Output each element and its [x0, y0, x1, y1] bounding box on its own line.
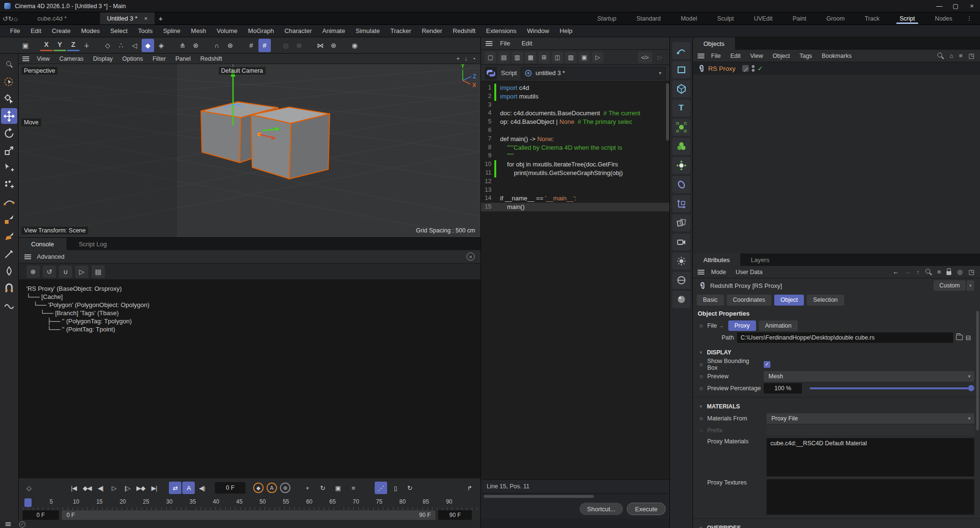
spline-rectangle-icon[interactable] [672, 61, 690, 78]
object-name[interactable]: RS Proxy [708, 65, 735, 72]
clear-console-icon[interactable]: ⊗ [26, 265, 40, 278]
attributes-menu-icon[interactable] [698, 270, 704, 275]
code-line[interactable]: 11 print(mxutils.GetSceneGraphString(obj… [481, 169, 669, 177]
layout-tab-standard[interactable]: Standard [626, 12, 671, 24]
menu-item[interactable]: Modes [76, 27, 105, 34]
next-key-icon[interactable]: ▶◆ [134, 482, 147, 494]
viewport-menu-item[interactable]: Options [118, 55, 148, 62]
path-input[interactable]: C:\Users\FerdinandHoppe\Desktop\double c… [737, 332, 953, 343]
popout-icon[interactable] [969, 52, 974, 59]
attributes-menu-item[interactable]: User Data [731, 269, 767, 275]
xref-icon[interactable] [672, 214, 690, 231]
new-script-icon[interactable]: ▢ [485, 52, 496, 63]
layout-tab-uvedit[interactable]: UVEdit [744, 12, 783, 24]
code-toggle-icon[interactable]: </> [638, 52, 652, 63]
section-display[interactable]: DISPLAY [693, 346, 980, 358]
mouse-record-icon[interactable]: ▯ [389, 482, 401, 494]
document-tab-active[interactable]: Untitled 3 * × [100, 12, 154, 24]
timeline-ruler[interactable]: 051015202530354045505560657075808590 [19, 497, 480, 510]
save-as-icon[interactable]: ▦ [525, 52, 536, 63]
menu-item[interactable]: MoGraph [243, 27, 279, 34]
preset-caret-icon[interactable] [967, 280, 974, 291]
file-tab-animation[interactable]: Animation [759, 320, 798, 331]
viewport-panel[interactable]: Y Z X ViewCamerasDisplayOptionsFilterPan… [19, 54, 480, 238]
axis-x-toggle[interactable]: X [40, 40, 53, 51]
file-tab-proxy[interactable]: Proxy [728, 320, 756, 331]
volume-icon[interactable] [672, 138, 690, 155]
tab-console[interactable]: Console [19, 238, 67, 250]
goto-end-icon[interactable]: ▶| [148, 482, 160, 494]
generator-icon[interactable] [672, 119, 690, 136]
view-label[interactable]: Perspective [22, 67, 57, 75]
shortcut-button[interactable]: Shortcut... [579, 503, 623, 515]
symmetry-settings-icon[interactable]: ⊛ [327, 39, 340, 52]
viewport-menu-item[interactable]: View [32, 55, 55, 62]
proxy-textures-list[interactable] [767, 479, 974, 515]
soft-selection-icon[interactable] [1, 177, 17, 193]
spline-pen-icon[interactable] [1, 194, 17, 210]
mode-kinematic-icon[interactable]: ◈ [155, 39, 167, 52]
primitive-cube-icon[interactable] [672, 80, 690, 98]
menu-item[interactable]: Edit [25, 27, 46, 34]
console-close-icon[interactable]: × [467, 253, 475, 261]
mode-polygons-icon[interactable]: ◆ [142, 39, 154, 52]
axis-y-toggle[interactable]: Y [54, 40, 66, 51]
record-keyframe-icon[interactable]: ◆ [253, 483, 264, 493]
lock-icon[interactable] [947, 271, 951, 275]
tab-selection[interactable]: Selection [807, 295, 844, 306]
attr-search-icon[interactable] [925, 269, 932, 275]
sky-icon[interactable] [672, 272, 690, 289]
proxy-materials-list[interactable]: cube.c4d:__RSC4D Default Material [767, 438, 974, 476]
undo-icon[interactable]: ↺ [2, 15, 8, 22]
back-icon[interactable] [892, 268, 899, 275]
objects-menu-item[interactable]: File [706, 53, 725, 59]
close-button[interactable]: × [964, 0, 980, 12]
layout-tab-model[interactable]: Model [671, 12, 707, 24]
live-selection-icon[interactable] [1, 74, 17, 89]
preset-button[interactable]: Custom [934, 280, 966, 291]
autokey-icon[interactable]: A [182, 482, 195, 494]
menu-item[interactable]: Spline [158, 27, 186, 34]
tab-layers[interactable]: Layers [740, 253, 780, 266]
open-script-icon[interactable]: ▤ [498, 52, 510, 63]
code-line[interactable]: 12 [481, 177, 669, 186]
attributes-menu-item[interactable]: Mode [706, 269, 731, 275]
motext-icon[interactable] [672, 99, 690, 117]
symmetry-icon[interactable]: ⋈ [314, 39, 326, 52]
tab-coordinates[interactable]: Coordinates [727, 295, 771, 306]
minimize-button[interactable]: — [931, 0, 947, 12]
menu-item[interactable]: Tracker [385, 27, 417, 34]
instance-axis-icon[interactable] [672, 195, 690, 212]
layout-tab-sculpt[interactable]: Sculpt [707, 12, 744, 24]
focus-icon[interactable] [957, 268, 962, 275]
menu-item[interactable]: Character [279, 27, 317, 34]
layout-manager-icon[interactable]: ▣ [19, 39, 32, 52]
range-slider[interactable]: 0 F 90 F [62, 510, 435, 520]
import-icon[interactable]: ⊞ [538, 52, 550, 63]
record-rotation-icon[interactable]: ↻ [316, 482, 329, 494]
filter-icon[interactable] [959, 52, 963, 59]
image-icon[interactable]: ▣ [579, 52, 590, 63]
script-menu-icon[interactable] [486, 41, 492, 46]
viewport-menu-icon[interactable] [22, 56, 29, 61]
section-materials[interactable]: MATERIALS [693, 400, 980, 412]
document-tab[interactable]: cube.c4d * [31, 12, 73, 24]
menu-item[interactable]: Create [46, 27, 76, 34]
objects-menu-icon[interactable] [698, 54, 704, 58]
preview-dropdown[interactable]: Mesh [764, 371, 974, 382]
deformer-icon[interactable] [672, 157, 690, 174]
console-output[interactable]: 'RS Proxy' (BaseObject: Orsproxy)└── [Ca… [19, 280, 480, 478]
connect-icon[interactable]: ∪ [59, 265, 72, 278]
code-area[interactable]: 1import c4d2import mxutils34doc: c4d.doc… [481, 81, 669, 479]
axis-modify-icon[interactable]: ⋔ [176, 39, 189, 52]
menu-item[interactable]: Window [522, 27, 554, 34]
code-line[interactable]: 8 """Called by Cinema 4D when the script… [481, 143, 669, 152]
materials-from-dropdown[interactable]: Proxy File [767, 413, 974, 424]
run-icon[interactable]: ▷ [75, 265, 89, 278]
object-edit-badge[interactable] [742, 65, 749, 72]
autokey-objects-icon[interactable]: A [267, 483, 277, 493]
attr-popout-icon[interactable] [969, 268, 974, 275]
script-menu-item[interactable]: File [494, 40, 516, 47]
viewport-menu-item[interactable]: Redshift [195, 55, 227, 62]
record-pla-icon[interactable]: ≡ [347, 482, 359, 494]
